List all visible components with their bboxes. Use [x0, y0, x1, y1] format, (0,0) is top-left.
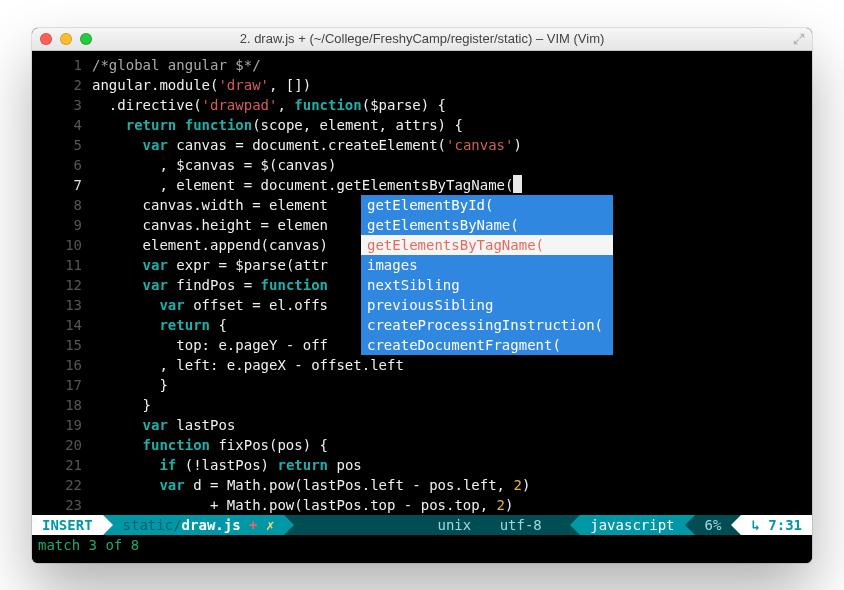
line-number: 23 — [32, 495, 92, 515]
line-number: 2 — [32, 75, 92, 95]
completion-item-selected[interactable]: getElementsByTagName( — [361, 235, 613, 255]
line-number: 13 — [32, 295, 92, 315]
status-fileformat: unix — [438, 515, 472, 535]
line-number: 17 — [32, 375, 92, 395]
editor-pane[interactable]: 1/*global angular $*/ 2angular.module('d… — [32, 51, 812, 515]
status-filetype: javascript — [580, 515, 684, 535]
completion-item[interactable]: createDocumentFragment( — [361, 335, 613, 355]
window-title: 2. draw.js + (~/College/FreshyCamp/regis… — [32, 31, 812, 46]
chevron-left-icon: ❮ — [481, 515, 489, 535]
chevron-right-icon — [284, 515, 294, 535]
completion-item[interactable]: createProcessingInstruction( — [361, 315, 613, 335]
line-number: 22 — [32, 475, 92, 495]
line-number: 18 — [32, 395, 92, 415]
line-number: 4 — [32, 115, 92, 135]
completion-item[interactable]: getElementById( — [361, 195, 613, 215]
zoom-icon[interactable] — [80, 33, 92, 45]
chevron-left-icon — [685, 515, 695, 535]
line-number: 20 — [32, 435, 92, 455]
status-line: INSERT static/draw.js + ✗ unix ❮ utf-8 ❮… — [32, 515, 812, 535]
line-number: 15 — [32, 335, 92, 355]
completion-item[interactable]: nextSibling — [361, 275, 613, 295]
status-middle: unix ❮ utf-8 ❮ — [294, 515, 570, 535]
line-number: 21 — [32, 455, 92, 475]
mode-indicator: INSERT — [32, 515, 103, 535]
line-number: 12 — [32, 275, 92, 295]
line-number-current: 7 — [32, 175, 92, 195]
command-message: match 3 of 8 — [32, 535, 812, 563]
line-number: 9 — [32, 215, 92, 235]
cursor-icon — [513, 175, 522, 193]
line-number: 19 — [32, 415, 92, 435]
completion-item[interactable]: images — [361, 255, 613, 275]
line-number: 5 — [32, 135, 92, 155]
line-number: 14 — [32, 315, 92, 335]
chevron-right-icon — [103, 515, 113, 535]
chevron-left-icon — [731, 515, 741, 535]
status-position: ↳ 7:31 — [741, 515, 812, 535]
code-text: /*global angular $*/ — [92, 57, 261, 73]
line-number: 11 — [32, 255, 92, 275]
line-number: 16 — [32, 355, 92, 375]
chevron-left-icon: ❮ — [552, 515, 560, 535]
status-percent: 6% — [695, 515, 732, 535]
traffic-lights — [40, 33, 92, 45]
line-number: 1 — [32, 55, 92, 75]
line-number: 8 — [32, 195, 92, 215]
chevron-left-icon — [570, 515, 580, 535]
completion-popup[interactable]: getElementById( getElementsByName( getEl… — [361, 195, 613, 355]
status-encoding: utf-8 — [500, 515, 542, 535]
status-file: static/draw.js + ✗ — [113, 515, 285, 535]
fullscreen-icon[interactable] — [792, 32, 806, 46]
close-icon[interactable] — [40, 33, 52, 45]
titlebar[interactable]: 2. draw.js + (~/College/FreshyCamp/regis… — [32, 28, 812, 51]
minimize-icon[interactable] — [60, 33, 72, 45]
completion-item[interactable]: getElementsByName( — [361, 215, 613, 235]
line-number: 10 — [32, 235, 92, 255]
vim-window: 2. draw.js + (~/College/FreshyCamp/regis… — [32, 28, 812, 563]
line-number: 6 — [32, 155, 92, 175]
completion-item[interactable]: previousSibling — [361, 295, 613, 315]
line-number: 3 — [32, 95, 92, 115]
